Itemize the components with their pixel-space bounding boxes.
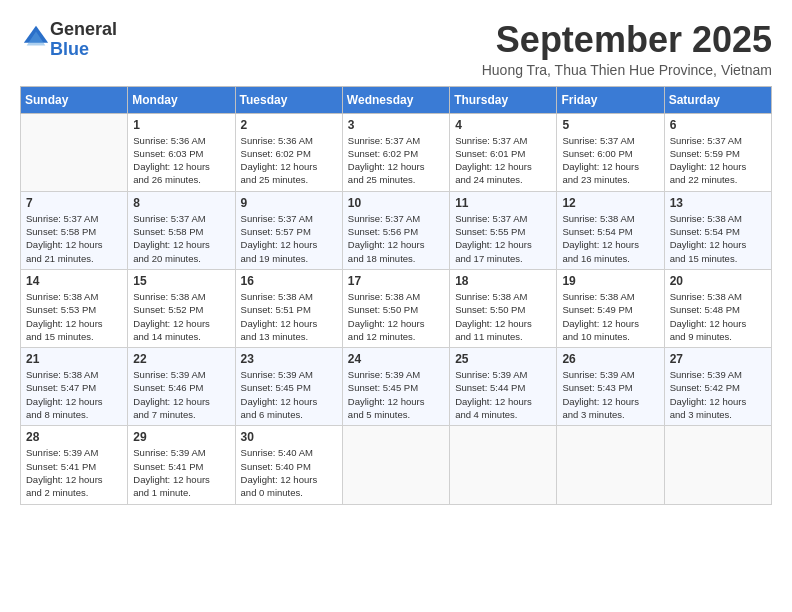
day-number: 10: [348, 196, 444, 210]
day-info: Sunrise: 5:39 AM Sunset: 5:41 PM Dayligh…: [133, 446, 229, 499]
calendar-cell: 21Sunrise: 5:38 AM Sunset: 5:47 PM Dayli…: [21, 348, 128, 426]
day-number: 1: [133, 118, 229, 132]
calendar-table: SundayMondayTuesdayWednesdayThursdayFrid…: [20, 86, 772, 505]
month-title: September 2025: [482, 20, 772, 60]
day-info: Sunrise: 5:38 AM Sunset: 5:48 PM Dayligh…: [670, 290, 766, 343]
day-number: 5: [562, 118, 658, 132]
day-number: 30: [241, 430, 337, 444]
calendar-cell: 2Sunrise: 5:36 AM Sunset: 6:02 PM Daylig…: [235, 113, 342, 191]
weekday-header-friday: Friday: [557, 86, 664, 113]
day-info: Sunrise: 5:39 AM Sunset: 5:44 PM Dayligh…: [455, 368, 551, 421]
calendar-week-row: 7Sunrise: 5:37 AM Sunset: 5:58 PM Daylig…: [21, 191, 772, 269]
calendar-cell: 19Sunrise: 5:38 AM Sunset: 5:49 PM Dayli…: [557, 269, 664, 347]
calendar-cell: 14Sunrise: 5:38 AM Sunset: 5:53 PM Dayli…: [21, 269, 128, 347]
day-info: Sunrise: 5:38 AM Sunset: 5:47 PM Dayligh…: [26, 368, 122, 421]
calendar-week-row: 21Sunrise: 5:38 AM Sunset: 5:47 PM Dayli…: [21, 348, 772, 426]
calendar-cell: 7Sunrise: 5:37 AM Sunset: 5:58 PM Daylig…: [21, 191, 128, 269]
day-info: Sunrise: 5:39 AM Sunset: 5:41 PM Dayligh…: [26, 446, 122, 499]
day-number: 4: [455, 118, 551, 132]
calendar-cell: 18Sunrise: 5:38 AM Sunset: 5:50 PM Dayli…: [450, 269, 557, 347]
day-info: Sunrise: 5:37 AM Sunset: 5:57 PM Dayligh…: [241, 212, 337, 265]
day-number: 20: [670, 274, 766, 288]
day-number: 27: [670, 352, 766, 366]
day-info: Sunrise: 5:38 AM Sunset: 5:50 PM Dayligh…: [455, 290, 551, 343]
calendar-cell: 30Sunrise: 5:40 AM Sunset: 5:40 PM Dayli…: [235, 426, 342, 504]
calendar-cell: 5Sunrise: 5:37 AM Sunset: 6:00 PM Daylig…: [557, 113, 664, 191]
day-number: 9: [241, 196, 337, 210]
day-number: 22: [133, 352, 229, 366]
day-info: Sunrise: 5:39 AM Sunset: 5:43 PM Dayligh…: [562, 368, 658, 421]
calendar-cell: 9Sunrise: 5:37 AM Sunset: 5:57 PM Daylig…: [235, 191, 342, 269]
calendar-cell: 13Sunrise: 5:38 AM Sunset: 5:54 PM Dayli…: [664, 191, 771, 269]
calendar-cell: 28Sunrise: 5:39 AM Sunset: 5:41 PM Dayli…: [21, 426, 128, 504]
day-number: 15: [133, 274, 229, 288]
calendar-cell: [664, 426, 771, 504]
calendar-cell: 8Sunrise: 5:37 AM Sunset: 5:58 PM Daylig…: [128, 191, 235, 269]
logo-general-text: General: [50, 19, 117, 39]
day-info: Sunrise: 5:37 AM Sunset: 5:55 PM Dayligh…: [455, 212, 551, 265]
day-info: Sunrise: 5:36 AM Sunset: 6:03 PM Dayligh…: [133, 134, 229, 187]
weekday-header-sunday: Sunday: [21, 86, 128, 113]
day-info: Sunrise: 5:38 AM Sunset: 5:52 PM Dayligh…: [133, 290, 229, 343]
day-info: Sunrise: 5:37 AM Sunset: 5:58 PM Dayligh…: [133, 212, 229, 265]
day-info: Sunrise: 5:37 AM Sunset: 6:02 PM Dayligh…: [348, 134, 444, 187]
calendar-cell: 22Sunrise: 5:39 AM Sunset: 5:46 PM Dayli…: [128, 348, 235, 426]
calendar-cell: 3Sunrise: 5:37 AM Sunset: 6:02 PM Daylig…: [342, 113, 449, 191]
day-info: Sunrise: 5:37 AM Sunset: 5:59 PM Dayligh…: [670, 134, 766, 187]
day-info: Sunrise: 5:38 AM Sunset: 5:50 PM Dayligh…: [348, 290, 444, 343]
calendar-cell: 6Sunrise: 5:37 AM Sunset: 5:59 PM Daylig…: [664, 113, 771, 191]
calendar-cell: 11Sunrise: 5:37 AM Sunset: 5:55 PM Dayli…: [450, 191, 557, 269]
day-number: 21: [26, 352, 122, 366]
day-info: Sunrise: 5:39 AM Sunset: 5:45 PM Dayligh…: [241, 368, 337, 421]
calendar-cell: 20Sunrise: 5:38 AM Sunset: 5:48 PM Dayli…: [664, 269, 771, 347]
day-info: Sunrise: 5:39 AM Sunset: 5:46 PM Dayligh…: [133, 368, 229, 421]
calendar-cell: 4Sunrise: 5:37 AM Sunset: 6:01 PM Daylig…: [450, 113, 557, 191]
day-number: 24: [348, 352, 444, 366]
calendar-cell: 27Sunrise: 5:39 AM Sunset: 5:42 PM Dayli…: [664, 348, 771, 426]
calendar-cell: 29Sunrise: 5:39 AM Sunset: 5:41 PM Dayli…: [128, 426, 235, 504]
day-info: Sunrise: 5:39 AM Sunset: 5:42 PM Dayligh…: [670, 368, 766, 421]
calendar-cell: 26Sunrise: 5:39 AM Sunset: 5:43 PM Dayli…: [557, 348, 664, 426]
day-number: 28: [26, 430, 122, 444]
day-number: 6: [670, 118, 766, 132]
logo-blue-text: Blue: [50, 39, 89, 59]
day-number: 17: [348, 274, 444, 288]
day-info: Sunrise: 5:36 AM Sunset: 6:02 PM Dayligh…: [241, 134, 337, 187]
calendar-cell: 24Sunrise: 5:39 AM Sunset: 5:45 PM Dayli…: [342, 348, 449, 426]
day-number: 14: [26, 274, 122, 288]
day-info: Sunrise: 5:38 AM Sunset: 5:53 PM Dayligh…: [26, 290, 122, 343]
calendar-week-row: 28Sunrise: 5:39 AM Sunset: 5:41 PM Dayli…: [21, 426, 772, 504]
weekday-header-tuesday: Tuesday: [235, 86, 342, 113]
day-number: 13: [670, 196, 766, 210]
day-number: 29: [133, 430, 229, 444]
calendar-cell: 15Sunrise: 5:38 AM Sunset: 5:52 PM Dayli…: [128, 269, 235, 347]
day-number: 7: [26, 196, 122, 210]
calendar-week-row: 1Sunrise: 5:36 AM Sunset: 6:03 PM Daylig…: [21, 113, 772, 191]
calendar-cell: 16Sunrise: 5:38 AM Sunset: 5:51 PM Dayli…: [235, 269, 342, 347]
calendar-body: 1Sunrise: 5:36 AM Sunset: 6:03 PM Daylig…: [21, 113, 772, 504]
weekday-header-wednesday: Wednesday: [342, 86, 449, 113]
weekday-header-thursday: Thursday: [450, 86, 557, 113]
day-info: Sunrise: 5:38 AM Sunset: 5:54 PM Dayligh…: [562, 212, 658, 265]
calendar-cell: 23Sunrise: 5:39 AM Sunset: 5:45 PM Dayli…: [235, 348, 342, 426]
logo: General Blue: [20, 20, 117, 60]
day-info: Sunrise: 5:38 AM Sunset: 5:54 PM Dayligh…: [670, 212, 766, 265]
day-info: Sunrise: 5:37 AM Sunset: 5:58 PM Dayligh…: [26, 212, 122, 265]
day-number: 3: [348, 118, 444, 132]
weekday-header-saturday: Saturday: [664, 86, 771, 113]
day-info: Sunrise: 5:39 AM Sunset: 5:45 PM Dayligh…: [348, 368, 444, 421]
day-number: 8: [133, 196, 229, 210]
day-number: 16: [241, 274, 337, 288]
day-number: 25: [455, 352, 551, 366]
calendar-cell: [450, 426, 557, 504]
title-section: September 2025 Huong Tra, Thua Thien Hue…: [482, 20, 772, 78]
calendar-cell: [342, 426, 449, 504]
weekday-header-monday: Monday: [128, 86, 235, 113]
calendar-week-row: 14Sunrise: 5:38 AM Sunset: 5:53 PM Dayli…: [21, 269, 772, 347]
calendar-cell: 25Sunrise: 5:39 AM Sunset: 5:44 PM Dayli…: [450, 348, 557, 426]
day-info: Sunrise: 5:38 AM Sunset: 5:49 PM Dayligh…: [562, 290, 658, 343]
calendar-cell: 12Sunrise: 5:38 AM Sunset: 5:54 PM Dayli…: [557, 191, 664, 269]
day-info: Sunrise: 5:37 AM Sunset: 5:56 PM Dayligh…: [348, 212, 444, 265]
day-number: 2: [241, 118, 337, 132]
day-info: Sunrise: 5:37 AM Sunset: 6:00 PM Dayligh…: [562, 134, 658, 187]
